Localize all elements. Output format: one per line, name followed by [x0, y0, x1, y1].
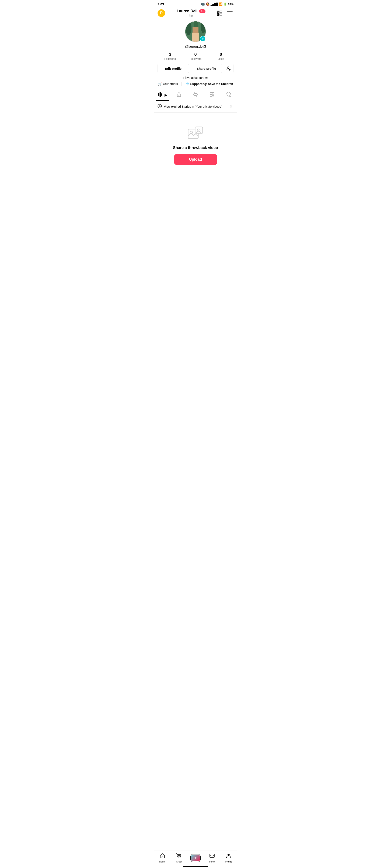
- upload-button[interactable]: Upload: [174, 154, 217, 165]
- tabs-row: [154, 89, 237, 101]
- status-bar: 9:03 📹 🔕 ▂▄▆█ 📶 🔋 69%: [154, 0, 237, 7]
- followers-stat[interactable]: 0 Followers: [183, 52, 208, 60]
- throwback-icon: [187, 125, 204, 142]
- following-stat[interactable]: 3 Following: [157, 52, 183, 60]
- app-header: P Lauren Deli 9+ her: [154, 7, 237, 19]
- stats-row: 3 Following 0 Followers 0 Likes: [157, 52, 234, 60]
- bio-text: I love adventure!!!!: [183, 76, 208, 80]
- header-left: P: [157, 9, 166, 17]
- svg-rect-5: [218, 14, 219, 15]
- likes-count: 0: [220, 52, 222, 57]
- nav-shop[interactable]: Shop: [171, 852, 187, 864]
- orders-link[interactable]: 🛒 Your orders: [158, 82, 178, 86]
- heart-icon: 💎: [186, 82, 189, 86]
- tab-videos[interactable]: [154, 89, 171, 101]
- followers-count: 0: [194, 52, 197, 57]
- nav-create[interactable]: +: [187, 855, 204, 862]
- tab-liked[interactable]: [220, 89, 237, 101]
- qr-code-button[interactable]: [216, 9, 223, 17]
- svg-rect-11: [227, 14, 233, 15]
- home-label: Home: [159, 860, 166, 863]
- svg-point-15: [194, 22, 198, 31]
- tab-repost[interactable]: [187, 89, 204, 101]
- cart-icon: 🛒: [158, 82, 161, 86]
- svg-marker-26: [160, 92, 161, 97]
- nav-inbox[interactable]: Inbox: [204, 852, 220, 864]
- nav-profile[interactable]: Profile: [220, 852, 237, 864]
- svg-rect-7: [221, 13, 222, 14]
- info-divider: |: [181, 82, 182, 86]
- repost-tab-icon: [193, 92, 198, 98]
- likes-stat[interactable]: 0 Likes: [208, 52, 234, 60]
- profile-label: Profile: [225, 860, 232, 863]
- share-profile-button[interactable]: Share profile: [191, 64, 222, 73]
- wifi-icon: 📶: [219, 2, 222, 6]
- svg-point-16: [194, 31, 198, 34]
- throwback-title: Share a throwback video: [173, 146, 218, 150]
- private-tab-icon: [177, 92, 181, 98]
- add-photo-button[interactable]: +: [200, 36, 206, 42]
- username-label: @lauren.deli3: [185, 45, 206, 49]
- svg-point-19: [227, 67, 229, 68]
- followers-label: Followers: [189, 57, 202, 60]
- home-icon: [160, 853, 165, 860]
- svg-rect-32: [212, 92, 214, 94]
- notification-badge[interactable]: 9+: [199, 9, 206, 13]
- following-count: 3: [169, 52, 171, 57]
- svg-marker-28: [164, 94, 167, 97]
- inbox-label: Inbox: [209, 860, 215, 863]
- svg-rect-17: [194, 34, 198, 38]
- likes-label: Likes: [218, 57, 224, 60]
- plus-icon: +: [202, 37, 204, 41]
- svg-rect-33: [210, 95, 212, 97]
- videos-tab-icon: [158, 92, 167, 98]
- status-icons: 📹 🔕 ▂▄▆█ 📶 🔋 69%: [201, 2, 234, 6]
- status-time: 9:03: [157, 2, 164, 6]
- shop-label: Shop: [176, 860, 182, 863]
- nav-home[interactable]: Home: [154, 852, 171, 864]
- header-right: [216, 9, 234, 17]
- svg-rect-31: [210, 92, 212, 94]
- following-label: Following: [164, 57, 176, 60]
- add-friend-button[interactable]: [224, 64, 234, 73]
- svg-marker-25: [158, 93, 159, 96]
- upload-icon: [157, 104, 162, 110]
- edit-profile-button[interactable]: Edit profile: [157, 64, 189, 73]
- liked-tab-icon: [226, 92, 231, 98]
- empty-state: Share a throwback video Upload: [154, 113, 237, 173]
- p-badge[interactable]: P: [157, 9, 165, 17]
- banner-text: View expired Stories in "Your private vi…: [164, 105, 222, 108]
- svg-rect-6: [220, 13, 221, 14]
- inbox-icon: [209, 853, 215, 860]
- create-button[interactable]: +: [191, 855, 200, 862]
- tagged-tab-icon: [210, 92, 215, 98]
- tab-private[interactable]: [171, 89, 187, 101]
- profile-section: + @lauren.deli3 3 Following 0 Followers …: [154, 19, 237, 89]
- svg-rect-8: [220, 14, 222, 16]
- action-buttons: Edit profile Share profile: [157, 64, 234, 73]
- close-banner-button[interactable]: ✕: [229, 103, 234, 110]
- battery-icon: 🔋: [223, 3, 227, 6]
- banner-left: View expired Stories in "Your private vi…: [157, 104, 222, 110]
- header-center: Lauren Deli 9+ her: [177, 9, 206, 17]
- svg-rect-42: [210, 854, 214, 858]
- user-display-name: Lauren Deli: [177, 9, 198, 13]
- menu-button[interactable]: [226, 10, 234, 16]
- supporting-link[interactable]: 💎 Supporting: Save the Children: [186, 82, 233, 86]
- svg-rect-10: [227, 13, 233, 13]
- pronoun-label: her: [189, 14, 193, 17]
- info-row: 🛒 Your orders | 💎 Supporting: Save the C…: [158, 82, 233, 86]
- svg-marker-27: [161, 93, 162, 96]
- svg-rect-38: [195, 127, 203, 133]
- battery-percent: 69%: [228, 3, 234, 6]
- svg-rect-9: [227, 11, 233, 12]
- svg-rect-3: [221, 11, 221, 12]
- svg-rect-18: [197, 35, 199, 37]
- home-indicator: [183, 866, 208, 867]
- shop-icon: [176, 853, 182, 860]
- tab-tagged[interactable]: [204, 89, 220, 101]
- mute-icon: 🔕: [206, 2, 210, 6]
- svg-rect-1: [218, 11, 219, 12]
- create-plus-icon: +: [194, 856, 197, 860]
- svg-point-40: [178, 857, 179, 858]
